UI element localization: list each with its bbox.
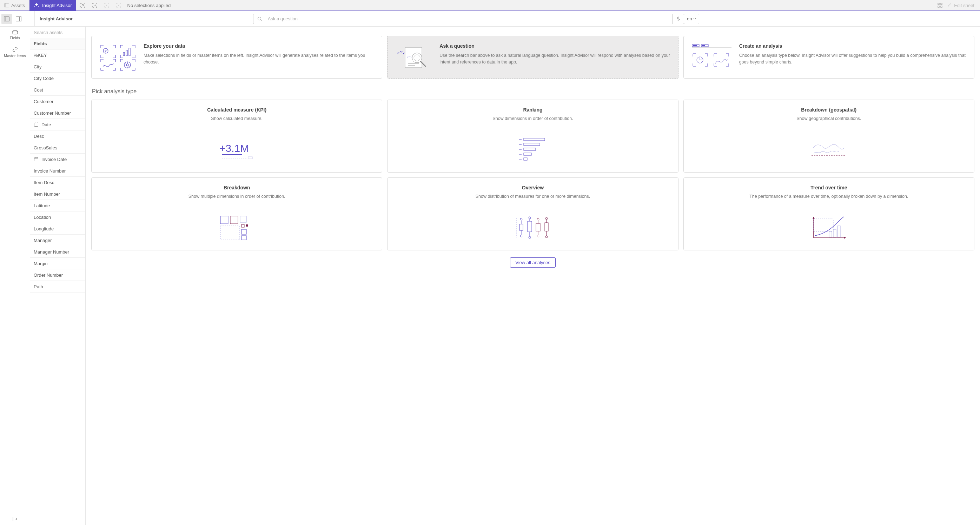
svg-rect-7 [938,6,939,7]
field-item[interactable]: City [30,61,85,73]
field-item[interactable]: Order Number [30,269,85,281]
svg-rect-10 [4,16,6,21]
svg-rect-79 [536,224,540,231]
analysis-title: Breakdown (geospatial) [689,107,969,113]
svg-point-3 [34,6,35,7]
analysis-trend[interactable]: Trend over time The performance of a mea… [683,178,974,251]
field-label: Invoice Date [41,157,67,162]
no-selections-text: No selections applied [127,3,171,8]
svg-point-85 [546,236,547,238]
analysis-geo[interactable]: Breakdown (geospatial) Show geographical… [683,100,974,173]
svg-rect-51 [524,138,545,141]
field-item[interactable]: Manager [30,235,85,246]
analysis-breakdown[interactable]: Breakdown Show multiple dimensions in or… [91,178,382,251]
field-label: %KEY [34,52,47,58]
field-item[interactable]: Location [30,211,85,223]
svg-point-38 [401,51,401,52]
svg-rect-43 [702,45,705,46]
field-label: Longitude [34,226,54,232]
field-item[interactable]: City Code [30,73,85,84]
field-item[interactable]: Customer [30,96,85,107]
card-explore-data[interactable]: Explore your data Make selections in fie… [91,36,382,79]
card-title: Ask a question [439,43,671,49]
analysis-grid: Calculated measure (KPI) Show calculated… [91,100,974,251]
asset-search-input[interactable] [30,27,85,38]
language-select[interactable]: en [684,14,699,24]
analysis-overview[interactable]: Overview Show distribution of measures f… [387,178,678,251]
geo-illustration [689,134,969,166]
page-title: Insight Advisor [35,16,78,21]
sparkle-icon [34,2,39,8]
asset-header: Fields [30,38,85,49]
analysis-desc: Show multiple dimensions in order of con… [97,194,376,205]
card-ask-question[interactable]: Ask a question Use the search bar above … [387,36,678,79]
assets-label: Assets [11,3,25,8]
view-all-button[interactable]: View all analyses [510,257,555,268]
svg-point-30 [126,64,129,66]
field-label: Customer [34,99,53,104]
main-content: Explore your data Make selections in fie… [86,27,980,525]
field-item[interactable]: Desc [30,130,85,142]
svg-rect-49 [248,157,252,159]
svg-rect-87 [829,232,832,237]
step-back-icon[interactable] [89,0,100,11]
field-item[interactable]: Margin [30,258,85,269]
field-label: Manager [34,238,52,243]
smart-select-icon[interactable] [78,0,88,11]
field-item[interactable]: Item Desc [30,177,85,188]
svg-rect-57 [524,153,531,155]
analysis-title: Breakdown [97,185,376,190]
rail-master-label: Master items [4,54,26,58]
breakdown-illustration [97,212,376,244]
svg-rect-75 [528,221,532,232]
svg-rect-67 [242,229,247,234]
field-item[interactable]: Longitude [30,223,85,235]
analysis-kpi[interactable]: Calculated measure (KPI) Show calculated… [91,100,382,173]
field-item[interactable]: Latitude [30,200,85,211]
rail-master-items[interactable]: Master items [0,43,30,61]
clear-selections-icon [113,0,124,11]
search-input[interactable] [266,14,673,24]
field-item[interactable]: Manager Number [30,246,85,258]
create-illustration [691,43,733,71]
bookmarks-icon[interactable] [937,2,943,8]
asset-list[interactable]: %KEYCityCity CodeCostCustomerCustomer Nu… [30,49,85,525]
field-label: Location [34,215,51,220]
svg-rect-64 [220,226,239,240]
field-item[interactable]: Invoice Number [30,165,85,177]
field-label: Date [41,122,51,127]
field-item[interactable]: Item Number [30,188,85,200]
field-item[interactable]: Cost [30,84,85,96]
insight-advisor-tab[interactable]: Insight Advisor [30,0,76,11]
rail-fields[interactable]: Fields [0,27,30,43]
svg-rect-86 [814,219,833,232]
card-desc: Use the search bar above to ask a natura… [439,52,671,66]
field-item[interactable]: Customer Number [30,107,85,119]
mic-button[interactable] [672,14,684,24]
field-item[interactable]: Path [30,281,85,292]
card-create-analysis[interactable]: Create an analysis Choose an analysis ty… [683,36,974,79]
analysis-desc: The performance of a measure over time, … [689,194,969,205]
field-label: Margin [34,261,48,266]
analysis-title: Calculated measure (KPI) [97,107,376,113]
field-item[interactable]: Invoice Date [30,154,85,165]
analysis-desc: Show calculated measure. [97,116,376,127]
field-item[interactable]: GrossSales [30,142,85,154]
analysis-title: Overview [393,185,672,190]
assets-tab[interactable]: Assets [0,0,30,11]
svg-point-4 [82,5,84,6]
analysis-ranking[interactable]: Ranking Show dimensions in order of cont… [387,100,678,173]
date-icon [34,157,38,162]
svg-rect-55 [524,148,536,151]
svg-rect-66 [246,224,248,227]
collapse-rail-button[interactable] [0,514,30,525]
field-item[interactable]: %KEY [30,49,85,61]
panel-toggle-left[interactable] [2,14,12,24]
svg-point-81 [537,235,539,237]
field-label: Cost [34,87,43,93]
chevron-down-icon [693,18,696,20]
secondary-bar: Insight Advisor en [0,11,980,27]
panel-toggle-right[interactable] [13,14,24,24]
svg-rect-21 [34,158,38,161]
field-item[interactable]: Date [30,119,85,130]
